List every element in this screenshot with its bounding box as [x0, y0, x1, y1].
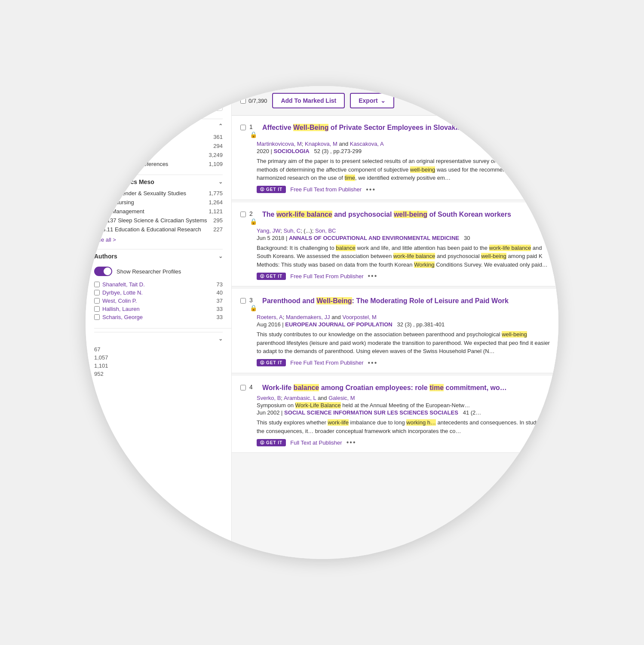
journal-link-4[interactable]: SOCIAL SCIENCE INFORMATION SUR LES SCIEN… — [284, 409, 458, 416]
author-name-west[interactable]: West, Colin P. — [102, 298, 137, 304]
author-link-kascakova[interactable]: Kascakova, A — [350, 141, 384, 147]
chevron-down-authors-icon: ⌄ — [218, 253, 223, 259]
result-2-lock-icon: 🔒 — [250, 218, 257, 225]
result-4-abstract: This study explores whether work-life im… — [257, 418, 550, 435]
author-link-voorpostel[interactable]: Voorpostel, M — [342, 314, 377, 320]
select-all-checkbox[interactable] — [240, 98, 246, 104]
search-icon — [101, 99, 108, 106]
filter-check-nursing[interactable] — [94, 200, 100, 205]
more-filters-header[interactable]: ⌄ — [94, 332, 223, 345]
full-text-link-4[interactable]: Full Text at Publisher — [290, 439, 342, 446]
filter-check-sleep[interactable] — [94, 218, 100, 223]
result-2-checkbox[interactable] — [240, 212, 246, 217]
result-2-journal: Jun 5 2018 | ANNALS OF OCCUPATIONAL AND … — [257, 235, 550, 241]
author-check-scharis[interactable] — [94, 314, 100, 320]
author-link-son[interactable]: Son, BC — [315, 227, 336, 234]
filter-check-review-article[interactable] — [94, 134, 100, 140]
get-it-button-3[interactable]: 🛈 GET IT — [257, 359, 286, 366]
main-content: 0/7,390 Add To Marked List Export ⌄ 1 🔒 — [232, 86, 558, 559]
result-card-3: 3 🔒 Parenthood and Well-Being: The Moder… — [232, 289, 558, 373]
author-link-roeters[interactable]: Roeters, A — [257, 314, 283, 320]
full-text-link-3[interactable]: Free Full Text From Publisher — [290, 359, 363, 366]
result-4-checkbox[interactable] — [240, 385, 246, 390]
filter-check-gender[interactable] — [94, 190, 100, 196]
more-options-2[interactable]: ••• — [368, 272, 378, 280]
result-3-title[interactable]: Parenthood and Well-Being: The Moderatin… — [262, 297, 509, 306]
open-access-icon: ◯ — [94, 152, 100, 158]
see-all-citation-topics[interactable]: See all > — [94, 236, 231, 243]
author-item-shanafelt: Shanafelt, Tait D. 73 — [94, 280, 231, 289]
result-4-actions: 🛈 GET IT Full Text at Publisher ••• — [257, 439, 550, 446]
filter-check-management[interactable] — [94, 209, 100, 214]
export-button[interactable]: Export ⌄ — [350, 93, 394, 108]
get-it-button-1[interactable]: 🛈 GET IT — [257, 186, 286, 193]
author-check-hallish[interactable] — [94, 306, 100, 312]
result-2-num: 2 — [249, 210, 257, 217]
author-name-dyrbye[interactable]: Dyrbye, Lotte N. — [102, 289, 143, 296]
filter-item-label: Review Article — [102, 134, 138, 140]
author-link-sverko[interactable]: Sverko, B — [257, 395, 281, 401]
author-link-arambasic[interactable]: Arambasic, L — [284, 395, 316, 401]
chevron-down-more-icon: ⌄ — [218, 336, 223, 342]
result-1-checkbox[interactable] — [240, 125, 246, 130]
result-2-title[interactable]: The work-life balance and psychosocial w… — [262, 210, 511, 219]
author-link-galesic[interactable]: Galesic, M — [328, 395, 355, 401]
filter-section-document-type-header[interactable]: t ⌃ — [94, 119, 223, 132]
filter-item-count: 3,249 — [209, 152, 223, 158]
journal-link-1[interactable]: SOCIOLOGIA — [274, 148, 310, 154]
full-text-link-2[interactable]: Free Full Text From Publisher — [290, 273, 363, 280]
filter-item-label: Enriched Cited References — [101, 161, 168, 167]
filter-check-early-access[interactable] — [94, 143, 100, 149]
result-3-journal: Aug 2016 | EUROPEAN JOURNAL OF POPULATIO… — [257, 321, 550, 328]
filter-item-count: 295 — [213, 217, 223, 224]
get-it-button-4[interactable]: 🛈 GET IT — [257, 439, 286, 446]
more-options-3[interactable]: ••• — [368, 359, 378, 367]
select-all-count: 0/7,390 — [248, 98, 267, 104]
more-options-4[interactable]: ••• — [347, 439, 356, 446]
author-name-scharis[interactable]: Scharis, George — [102, 314, 143, 320]
full-text-link-1[interactable]: Free Full Text from Publisher — [290, 186, 362, 193]
add-to-marked-list-button[interactable]: Add To Marked List — [272, 93, 345, 108]
chevron-down-export-icon: ⌄ — [380, 97, 386, 104]
result-3-checkbox[interactable] — [240, 298, 246, 304]
filter-section-label: t — [94, 123, 96, 129]
author-check-west[interactable] — [94, 298, 100, 304]
result-1-lock-icon: 🔒 — [250, 131, 257, 138]
author-item-west: West, Colin P. 37 — [94, 297, 231, 305]
author-link-martinkovicova[interactable]: Martinkovicova, M — [257, 141, 302, 147]
filter-item-review-article: Review Article 361 — [94, 132, 231, 141]
get-it-button-2[interactable]: 🛈 GET IT — [257, 273, 286, 280]
filter-item-early-access: Early Access 294 — [94, 141, 231, 150]
author-check-shanafelt[interactable] — [94, 282, 100, 287]
researcher-profiles-toggle[interactable] — [94, 267, 112, 276]
author-name-shanafelt[interactable]: Shanafelt, Tait D. — [102, 281, 145, 288]
author-link-yang[interactable]: Yang, JW — [257, 227, 280, 234]
citation-topics-header[interactable]: Citation Topics Meso ⌄ — [94, 175, 223, 189]
filter-item-management: 6.3 Management 1,121 — [94, 207, 231, 216]
more-options-1[interactable]: ••• — [366, 186, 376, 194]
author-link-knapkova[interactable]: Knapkova, M — [305, 141, 337, 147]
filter-item-label: Early Access — [102, 143, 134, 149]
result-3-num: 3 — [249, 297, 257, 304]
result-4-num-lock: 4 — [248, 384, 258, 390]
authors-section-header[interactable]: Authors ⌄ — [94, 249, 223, 263]
result-1-num-lock: 1 🔒 — [248, 123, 258, 138]
author-link-suh[interactable]: Suh, C — [283, 227, 301, 234]
filter-check-education[interactable] — [94, 227, 100, 232]
journal-link-3[interactable]: EUROPEAN JOURNAL OF POPULATION — [285, 321, 392, 328]
result-1-title[interactable]: Affective Well-Being of Private Sector E… — [262, 123, 461, 132]
filter-item-count: 1,109 — [209, 161, 223, 167]
journal-link-2[interactable]: ANNALS OF OCCUPATIONAL AND ENVIRONMENTAL… — [289, 235, 459, 241]
author-item-dyrbye: Dyrbye, Lotte N. 40 — [94, 289, 231, 297]
more-count-1: 67 — [94, 345, 231, 353]
sidebar-search-bar[interactable] — [94, 95, 223, 111]
author-check-dyrbye[interactable] — [94, 290, 100, 295]
result-2-header: 2 🔒 The work-life balance and psychosoci… — [240, 210, 550, 225]
author-name-hallish[interactable]: Hallish, Lauren — [102, 306, 140, 312]
author-link-mandemakers[interactable]: Mandemakers, JJ — [286, 314, 330, 320]
result-4-title[interactable]: Work-life balance among Croatian employe… — [262, 384, 507, 393]
result-1-journal: 2020 | SOCIOLOGIA 52 (3) , pp.273-299 — [257, 148, 550, 154]
citation-topics-label: Citation Topics Meso — [94, 178, 154, 185]
result-2-num-lock: 2 🔒 — [248, 210, 258, 225]
result-2-actions: 🛈 GET IT Free Full Text From Publisher •… — [257, 272, 550, 280]
